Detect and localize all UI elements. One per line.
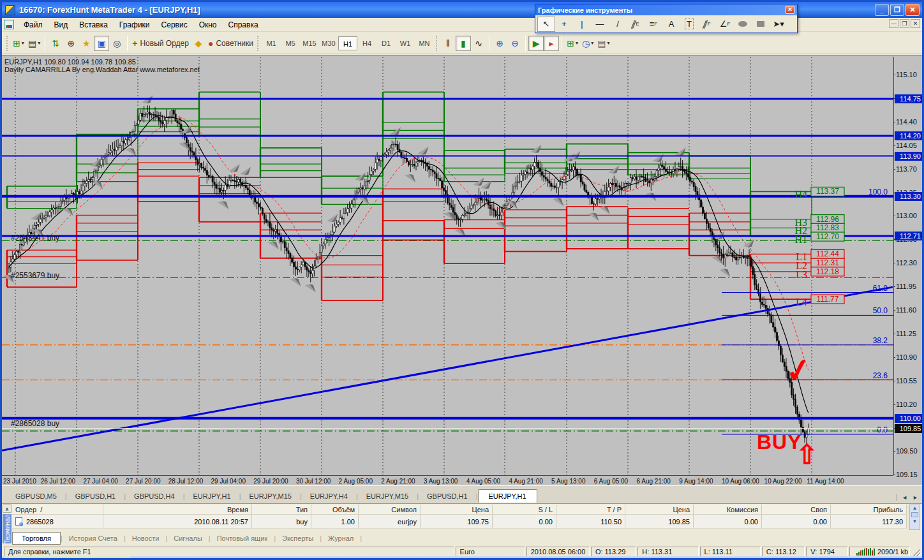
- menu-Графики[interactable]: Графики: [114, 18, 156, 31]
- graphic-tools-close-icon[interactable]: ✕: [786, 6, 794, 14]
- vertical-line-tool[interactable]: |: [573, 17, 591, 32]
- chart-bars-button[interactable]: ‖: [440, 36, 456, 51]
- auto-scroll-button[interactable]: ▶: [528, 36, 544, 51]
- terminal-tab-4[interactable]: Почтовый ящик: [211, 533, 274, 544]
- menu-Окно[interactable]: Окно: [193, 18, 223, 31]
- close-button[interactable]: ✕: [905, 4, 920, 16]
- terminal-close-icon[interactable]: x: [3, 505, 11, 513]
- chart-tab-2[interactable]: GBPUSD,H4: [126, 490, 183, 503]
- profiles-button[interactable]: ▤▾: [26, 36, 42, 51]
- chart-area[interactable]: EURJPY,H1 109.80 109.94 109.78 109.85 Da…: [2, 55, 924, 485]
- mdi-minimize-button[interactable]: —: [889, 19, 898, 28]
- zoom-in-button[interactable]: ⊕: [492, 36, 507, 51]
- indicators-dropdown-icon[interactable]: ▾: [576, 40, 578, 46]
- zoom-out-button[interactable]: ⊖: [507, 36, 523, 51]
- price-chart[interactable]: 100.061.850.038.223.60.0H4113.37H3112.96…: [2, 57, 893, 475]
- scroll-up-icon[interactable]: ▲: [910, 505, 920, 511]
- timeframe-MN[interactable]: MN: [415, 36, 434, 50]
- column-header-6[interactable]: S / L: [493, 505, 556, 514]
- mdi-close-button[interactable]: ✕: [911, 19, 920, 28]
- graphic-tools-toolbar[interactable]: Графические инструменты ✕ ↖+|—/∥E≡FAT∥F∠…: [535, 4, 798, 33]
- metaeditor-button[interactable]: ◆: [191, 36, 206, 51]
- column-header-4[interactable]: Символ: [359, 505, 421, 514]
- price-axis[interactable]: 115.10114.75114.40114.05113.70113.35113.…: [893, 57, 924, 475]
- rectangle-tool[interactable]: [752, 17, 770, 32]
- minimize-button[interactable]: _: [875, 4, 889, 16]
- fibo-fan-tool[interactable]: ∠F: [716, 17, 734, 32]
- chart-shift-button[interactable]: ▸: [544, 36, 559, 51]
- chart-tab-7[interactable]: GBPUSD,H1: [419, 490, 476, 503]
- column-header-2[interactable]: Тип: [252, 505, 311, 514]
- cursor-tool[interactable]: ↖: [537, 17, 555, 32]
- profiles-dropdown-icon[interactable]: ▾: [38, 40, 40, 46]
- navigator-button[interactable]: ★: [78, 36, 94, 51]
- column-header-5[interactable]: Цена: [421, 505, 493, 514]
- timeframe-M15[interactable]: M15: [300, 36, 319, 50]
- order-row[interactable]: 28650282010.08.11 20:57buy1.00eurjpy109.…: [12, 515, 907, 529]
- toolbar-grip[interactable]: [6, 36, 9, 51]
- text-label-tool[interactable]: T: [680, 17, 698, 32]
- terminal-tab-1[interactable]: История Счета: [63, 533, 124, 544]
- timeframe-M5[interactable]: M5: [281, 36, 300, 50]
- fibonacci-retracement-tool[interactable]: ≡F: [645, 17, 662, 32]
- strategy-tester-button[interactable]: ◎: [109, 36, 124, 51]
- menu-Вставка[interactable]: Вставка: [73, 18, 114, 31]
- ellipse-tool[interactable]: [734, 17, 752, 32]
- column-header-8[interactable]: Цена: [625, 505, 694, 514]
- menu-Файл[interactable]: Файл: [18, 18, 48, 31]
- chart-line-button[interactable]: ∿: [471, 36, 486, 51]
- expert-advisors-button[interactable]: ● Советники: [206, 36, 255, 51]
- timeframe-M1[interactable]: M1: [262, 36, 281, 50]
- time-axis[interactable]: 23 Jul 201026 Jul 12:0027 Jul 04:0027 Ju…: [2, 475, 893, 486]
- chart-tab-1[interactable]: GBPUSD,H1: [67, 490, 124, 503]
- chart-candles-button[interactable]: ▮: [456, 36, 471, 51]
- scroll-thumb[interactable]: [911, 512, 918, 517]
- terminal-tab-2[interactable]: Новости: [126, 533, 166, 544]
- menu-Вид[interactable]: Вид: [48, 18, 74, 31]
- arrows-tool-dropdown-icon[interactable]: ▾: [780, 19, 784, 29]
- menu-Справка[interactable]: Справка: [223, 18, 264, 31]
- maximize-button[interactable]: ❐: [890, 4, 904, 16]
- scroll-down-icon[interactable]: ▼: [910, 519, 920, 524]
- new-chart-dropdown-icon[interactable]: ▾: [22, 40, 24, 46]
- terminal-tab-3[interactable]: Сигналы: [167, 533, 209, 544]
- crosshair-tool[interactable]: +: [555, 17, 573, 32]
- menu-Сервис[interactable]: Сервис: [156, 18, 193, 31]
- tab-scroll-right-icon[interactable]: ►: [913, 494, 918, 501]
- trendline-tool[interactable]: /: [609, 17, 627, 32]
- terminal-tab-6[interactable]: Журнал: [322, 533, 360, 544]
- new-order-button[interactable]: + Новый Ордер: [130, 36, 191, 51]
- column-header-7[interactable]: T / P: [556, 505, 625, 514]
- chart-tab-4[interactable]: EURJPY,M15: [241, 490, 300, 503]
- indicators-button[interactable]: ⊞▾: [565, 36, 580, 51]
- market-watch-button[interactable]: ⇅: [48, 36, 63, 51]
- tab-scroll-left-icon[interactable]: ◄: [902, 494, 907, 501]
- periods-dropdown-icon[interactable]: ▾: [591, 40, 593, 46]
- terminal-side-tab[interactable]: Терминал: [3, 514, 11, 543]
- timeframe-W1[interactable]: W1: [396, 36, 415, 50]
- column-header-3[interactable]: Объём: [311, 505, 359, 514]
- timeframe-H1[interactable]: H1: [338, 36, 357, 50]
- terminal-tab-0[interactable]: Торговля: [12, 532, 61, 545]
- horizontal-line-tool[interactable]: —: [591, 17, 609, 32]
- timeframe-M30[interactable]: M30: [319, 36, 338, 50]
- new-chart-button[interactable]: ⊞▾: [11, 36, 26, 51]
- terminal-panel-button[interactable]: ▣: [94, 36, 109, 51]
- timeframe-H4[interactable]: H4: [357, 36, 376, 50]
- arrows-tool[interactable]: ➤▾: [770, 17, 787, 32]
- column-header-11[interactable]: Прибыль: [831, 505, 907, 514]
- terminal-tab-5[interactable]: Эксперты: [276, 533, 320, 544]
- text-tool[interactable]: A: [662, 17, 680, 32]
- mdi-restore-button[interactable]: ❐: [900, 19, 909, 28]
- data-window-button[interactable]: ⊕: [63, 36, 78, 51]
- equidistant-channel-tool[interactable]: ∥E: [627, 17, 645, 32]
- chart-tab-0[interactable]: GBPUSD,M5: [7, 490, 65, 503]
- templates-button[interactable]: ▤▾: [595, 36, 611, 51]
- chart-tab-3[interactable]: EURJPY,H1: [185, 490, 239, 503]
- fibo-channel-tool[interactable]: ∥F: [698, 17, 716, 32]
- column-header-9[interactable]: Комиссия: [694, 505, 762, 514]
- chart-tab-8[interactable]: EURJPY,H1: [478, 489, 537, 503]
- periods-button[interactable]: ◷▾: [580, 36, 595, 51]
- chart-tab-5[interactable]: EURJPY,H4: [302, 490, 356, 503]
- templates-dropdown-icon[interactable]: ▾: [607, 40, 609, 46]
